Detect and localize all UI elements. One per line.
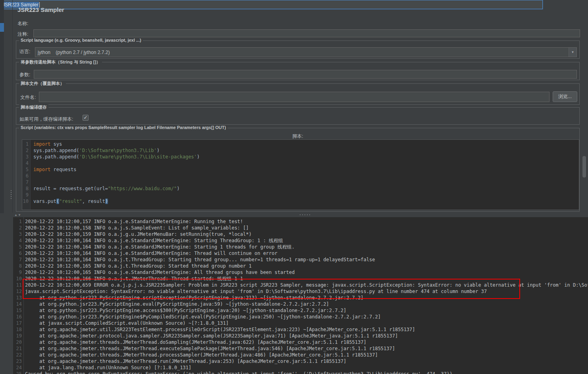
code-text: import sys: [31, 141, 62, 147]
code-text: sys.path.append('D:\Software\python3.7\L…: [31, 147, 160, 154]
comment-input[interactable]: [33, 29, 580, 37]
log-line: 112020-12-22 10:12:00,659 ERROR o.a.j.p.…: [13, 282, 588, 288]
code-text: [31, 160, 33, 166]
editor-line-number: 9: [22, 192, 31, 198]
log-lines: 12020-12-22 10:12:00,157 INFO o.a.j.e.St…: [13, 217, 588, 374]
log-line-text: at org.python.jsr223.PyScriptEngine.eval…: [23, 301, 329, 307]
collapse-up-icon[interactable]: ▲: [14, 213, 18, 217]
log-line: 20 at org.apache.jmeter.threads.JMeterTh…: [13, 339, 588, 345]
cache-checkbox[interactable]: ✓: [83, 115, 89, 121]
log-line-text: 2020-12-22 10:12:00,165 INFO o.a.j.t.Thr…: [23, 263, 252, 269]
checkmark-icon: ✓: [83, 115, 87, 120]
log-line: 12020-12-22 10:12:00,157 INFO o.a.j.e.St…: [13, 218, 588, 225]
log-line-number: 2: [13, 225, 23, 231]
log-line-number: 7: [13, 256, 23, 263]
log-line-number: 14: [13, 301, 23, 307]
compile-cache-group-title: 脚本编译缓存: [19, 104, 48, 110]
log-line-text: at org.apache.jmeter.threads.JMeterThrea…: [23, 358, 346, 364]
editor-line-number: 10: [22, 198, 31, 204]
log-line: 23 at org.apache.jmeter.threads.JMeterTh…: [13, 358, 588, 364]
log-line: 16 at org.python.jsr223.PyScriptEngine$P…: [13, 314, 588, 320]
log-line-number: 24: [13, 364, 23, 371]
language-select[interactable]: jython (python 2.7 / jython 2.7.2) ▼: [35, 47, 577, 57]
log-line-text: at org.apache.jmeter.threads.JMeterThrea…: [23, 345, 395, 352]
collapse-down-icon[interactable]: ▼: [18, 213, 21, 217]
log-line: 52020-12-22 10:12:00,164 INFO o.a.j.e.St…: [13, 244, 588, 250]
script-editor[interactable]: 1import sys2sys.path.append('D:\Software…: [22, 139, 579, 210]
log-viewer-panel[interactable]: 12020-12-22 10:12:00,157 INFO o.a.j.e.St…: [13, 217, 588, 374]
splitter-collapse-buttons[interactable]: ▲▼: [14, 213, 21, 217]
log-line-text: Caused by: org.python.core.PySyntaxError…: [23, 371, 452, 374]
log-line-text: 2020-12-22 10:12:00,659 ERROR o.a.j.p.j.…: [23, 282, 588, 288]
editor-line-number: 4: [22, 160, 31, 166]
splitter-grip-icon[interactable]: [300, 214, 310, 215]
log-line: 21 at org.apache.jmeter.threads.JMeterTh…: [13, 345, 588, 352]
name-input[interactable]: JSR223 Sampler: [0, 0, 543, 9]
code-line: 8result = requests.get(url="https://www.…: [22, 185, 579, 192]
code-line: 1import sys: [22, 141, 579, 147]
log-line: 22 at org.apache.jmeter.threads.JMeterTh…: [13, 352, 588, 358]
log-line: 22020-12-22 10:12:00,158 INFO o.a.j.s.Sa…: [13, 225, 588, 231]
name-label: 名称:: [17, 20, 28, 27]
editor-line-number: 1: [22, 141, 31, 147]
editor-line-number: 2: [22, 147, 31, 154]
code-line: 7: [22, 179, 579, 185]
filename-label: 文件名:: [20, 94, 36, 101]
log-line: 82020-12-22 10:12:00,165 INFO o.a.j.t.Th…: [13, 263, 588, 269]
code-text: [31, 173, 33, 179]
compile-cache-group: 脚本编译缓存 如果可用，缓存编译脚本: ✓: [16, 107, 580, 125]
log-line-number: 5: [13, 244, 23, 250]
log-line-text: 2020-12-22 10:12:00,164 INFO o.a.j.t.Thr…: [23, 256, 375, 263]
editor-line-number: 8: [22, 185, 31, 192]
filename-input[interactable]: [39, 92, 549, 102]
code-line: 5import requests: [22, 166, 579, 173]
log-line: 42020-12-22 10:12:00,164 INFO o.a.j.e.St…: [13, 237, 588, 244]
log-line: 92020-12-22 10:12:00,165 INFO o.a.j.e.St…: [13, 269, 588, 276]
jmeter-window: JSR223 Sampler 名称: JSR223 Sampler 注释: Sc…: [0, 0, 588, 374]
code-text: sys.path.append('D:\Software\python3.7\L…: [31, 154, 200, 160]
log-line-number: 16: [13, 314, 23, 320]
code-text: [31, 192, 33, 198]
log-line-text: at org.python.jsr223.PyScriptEngine$PyCo…: [23, 314, 381, 320]
log-line-number: 8: [13, 263, 23, 269]
log-line-text: 2020-12-22 10:12:00,164 INFO o.a.j.e.Sta…: [23, 244, 295, 250]
vertical-scrollbar-thumb[interactable]: [582, 156, 586, 177]
code-text: [31, 179, 33, 185]
log-line-number: 4: [13, 237, 23, 244]
log-line-text: at org.python.jsr223.PyScriptEngine.acce…: [23, 307, 346, 314]
log-line-number: 22: [13, 352, 23, 358]
chevron-down-icon[interactable]: ▼: [569, 48, 576, 57]
log-line-number: 23: [13, 358, 23, 364]
log-line-number: 10: [13, 276, 23, 282]
log-line-number: 15: [13, 307, 23, 314]
editor-line-number: 7: [22, 179, 31, 185]
parameters-input[interactable]: [34, 70, 577, 79]
log-line-number: 1: [13, 218, 23, 225]
tree-splitter-grip[interactable]: [10, 190, 12, 199]
log-line-text: at org.apache.jmeter.util.JSR223TestElem…: [23, 326, 415, 333]
log-line: 17 at javax.script.CompiledScript.eval(U…: [13, 320, 588, 326]
log-line-number: 18: [13, 326, 23, 333]
log-line: 25Caused by: org.python.core.PySyntaxErr…: [13, 371, 588, 374]
language-group-title: Script language (e.g. Groovy, beanshell,…: [19, 38, 143, 42]
log-line-text: 2020-12-22 10:12:00,157 INFO o.a.j.e.Sta…: [23, 218, 243, 225]
parameters-label: 参数:: [19, 71, 30, 78]
script-file-group-title: 脚本文件（覆盖脚本）: [19, 81, 66, 87]
comment-label: 注释:: [17, 31, 28, 38]
parameters-group-title: 将参数传递给脚本（String 与 String []）: [19, 59, 102, 65]
code-text: import requests: [31, 166, 76, 173]
log-line-text: at javax.script.CompiledScript.eval(Unkn…: [23, 320, 229, 326]
editor-line-number: 6: [22, 173, 31, 179]
language-label: 语言:: [19, 48, 30, 55]
log-line: 32020-12-22 10:12:00,159 INFO o.a.j.g.u.…: [13, 231, 588, 237]
code-text: result = requests.get(url="https://www.b…: [31, 185, 179, 192]
editor-line-number: 3: [22, 154, 31, 160]
log-panel-splitter[interactable]: ▲▼: [12, 213, 588, 217]
browse-button[interactable]: 浏览...: [553, 91, 577, 102]
log-line-number: 11: [13, 282, 23, 288]
language-group: Script language (e.g. Groovy, beanshell,…: [16, 40, 580, 59]
log-line-text: at org.python.jsr223.PyScriptEngine.scri…: [23, 295, 364, 301]
page-title: JSR223 Sampler: [17, 6, 64, 13]
log-line-text: 2020-12-22 10:12:00,165 INFO o.a.j.e.Sta…: [23, 269, 295, 276]
script-editor-lines: 1import sys2sys.path.append('D:\Software…: [22, 140, 579, 204]
